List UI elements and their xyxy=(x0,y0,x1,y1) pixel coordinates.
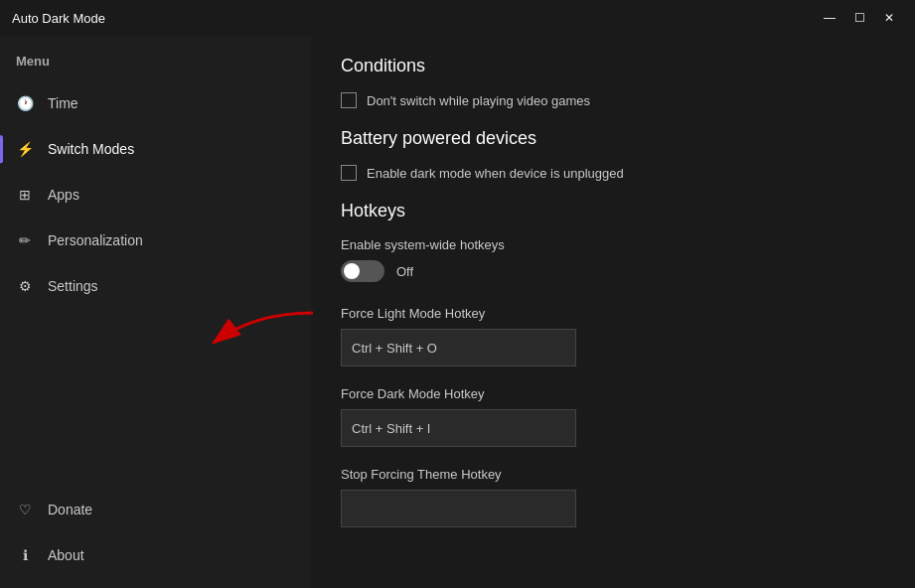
hotkeys-title: Hotkeys xyxy=(341,201,885,221)
force-dark-label: Force Dark Mode Hotkey xyxy=(341,386,885,401)
close-button[interactable]: ✕ xyxy=(875,8,903,28)
sidebar-item-apps[interactable]: ⊞ Apps xyxy=(0,172,311,218)
gear-icon: ⚙ xyxy=(16,277,34,295)
minimize-button[interactable]: — xyxy=(816,8,843,28)
sidebar-menu-label: Menu xyxy=(0,46,311,80)
active-indicator xyxy=(0,135,3,163)
stop-forcing-input[interactable] xyxy=(341,490,576,527)
sidebar-item-label: Donate xyxy=(48,502,92,517)
force-light-label: Force Light Mode Hotkey xyxy=(341,306,885,321)
no-game-switch-row: Don't switch while playing video games xyxy=(341,92,885,108)
sidebar-item-about[interactable]: ℹ About xyxy=(0,532,311,578)
sidebar-item-label: About xyxy=(48,547,84,563)
sidebar-item-label: Time xyxy=(48,95,78,111)
title-bar: Auto Dark Mode — ☐ ✕ xyxy=(0,0,915,36)
sidebar-item-switch-modes[interactable]: ⚡ Switch Modes xyxy=(0,126,311,172)
battery-devices-title: Battery powered devices xyxy=(341,128,885,149)
sidebar-item-label: Settings xyxy=(48,278,98,294)
sidebar-item-personalization[interactable]: ✏ Personalization xyxy=(0,218,311,263)
no-game-switch-label: Don't switch while playing video games xyxy=(367,93,590,108)
apps-icon: ⊞ xyxy=(16,186,34,204)
dark-mode-unplugged-label: Enable dark mode when device is unplugge… xyxy=(367,166,624,181)
sidebar-item-time[interactable]: 🕐 Time xyxy=(0,80,311,126)
info-icon: ℹ xyxy=(16,546,34,564)
sidebar-item-donate[interactable]: ♡ Donate xyxy=(0,487,311,532)
dark-mode-unplugged-checkbox[interactable] xyxy=(341,165,357,181)
hotkeys-toggle[interactable] xyxy=(341,260,384,282)
no-game-switch-checkbox[interactable] xyxy=(341,92,357,108)
toggle-knob xyxy=(344,263,360,279)
main-layout: Menu 🕐 Time ⚡ Switch Modes ⊞ Apps ✏ Pers… xyxy=(0,36,915,588)
sidebar-item-label: Switch Modes xyxy=(48,141,134,157)
sidebar-item-label: Personalization xyxy=(48,232,143,248)
force-dark-input[interactable] xyxy=(341,409,576,447)
lightning-icon: ⚡ xyxy=(16,140,34,158)
window-controls: — ☐ ✕ xyxy=(816,8,903,28)
sidebar: Menu 🕐 Time ⚡ Switch Modes ⊞ Apps ✏ Pers… xyxy=(0,36,311,588)
stop-forcing-label: Stop Forcing Theme Hotkey xyxy=(341,467,885,482)
sidebar-spacer xyxy=(0,309,311,487)
sidebar-item-settings[interactable]: ⚙ Settings xyxy=(0,263,311,309)
sidebar-bottom: ♡ Donate ℹ About xyxy=(0,487,311,588)
conditions-title: Conditions xyxy=(341,56,885,76)
app-title: Auto Dark Mode xyxy=(12,11,105,26)
heart-icon: ♡ xyxy=(16,501,34,518)
enable-hotkeys-label: Enable system-wide hotkeys xyxy=(341,237,885,252)
force-light-input[interactable] xyxy=(341,329,576,367)
toggle-status-label: Off xyxy=(396,264,413,279)
dark-mode-unplugged-row: Enable dark mode when device is unplugge… xyxy=(341,165,885,181)
pencil-icon: ✏ xyxy=(16,231,34,249)
sidebar-item-label: Apps xyxy=(48,187,79,203)
content-area: Conditions Don't switch while playing vi… xyxy=(311,36,915,588)
hotkeys-toggle-row: Off xyxy=(341,260,885,282)
maximize-button[interactable]: ☐ xyxy=(845,8,873,28)
clock-icon: 🕐 xyxy=(16,94,34,112)
